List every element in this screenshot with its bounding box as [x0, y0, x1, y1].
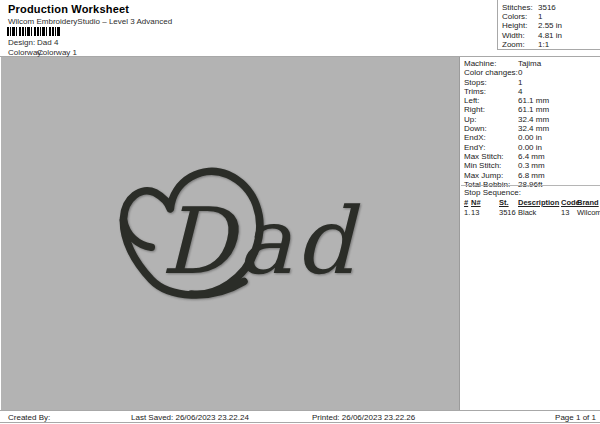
max-stitch-label: Max Stitch: — [464, 152, 518, 161]
machine-info-list: Machine:Tajima Color changes:0 Stops:1 T… — [461, 57, 600, 189]
zoom-label: Zoom: — [502, 40, 538, 49]
last-saved-text: Last Saved: 26/06/2023 23.22.24 — [131, 413, 249, 422]
zoom-value: 1:1 — [538, 40, 549, 49]
left-value: 61.1 mm — [518, 96, 549, 105]
width-label: Width: — [502, 31, 538, 40]
stops-label: Stops: — [464, 78, 518, 87]
height-value: 2.55 in — [538, 21, 562, 30]
trims-value: 4 — [518, 87, 522, 96]
min-stitch-value: 0.3 mm — [518, 161, 545, 170]
design-label: Design: — [8, 38, 37, 47]
left-label: Left: — [464, 96, 518, 105]
summary-row-stitches: Stitches:3516 — [502, 3, 600, 12]
colors-value: 1 — [538, 12, 542, 21]
heart-dad-embroidery-design: Dad — [113, 161, 371, 319]
colors-label: Colors: — [502, 12, 538, 21]
max-jump-label: Max Jump: — [464, 171, 518, 180]
stop-brand: Wilcom — [577, 208, 600, 218]
stop-num: 1. — [464, 208, 471, 218]
summary-row-colors: Colors:1 — [502, 12, 600, 21]
page-number: Page 1 of 1 — [555, 413, 596, 422]
stop-code: 13 — [561, 208, 577, 218]
design-value: Dad 4 — [37, 38, 58, 47]
up-label: Up: — [464, 115, 518, 124]
col-num: # — [464, 198, 471, 208]
info-row: EndY:0.00 in — [464, 143, 600, 152]
color-changes-label: Color changes: — [464, 68, 518, 77]
machine-label: Machine: — [464, 59, 518, 68]
endy-value: 0.00 in — [518, 143, 542, 152]
right-value: 61.1 mm — [518, 105, 549, 114]
down-label: Down: — [464, 124, 518, 133]
info-row: Trims:4 — [464, 87, 600, 96]
info-row: EndX:0.00 in — [464, 133, 600, 142]
info-row: Right:61.1 mm — [464, 105, 600, 114]
col-n: N# — [471, 198, 491, 208]
design-row: Design:Dad 4 — [8, 38, 58, 47]
info-row: Min Stitch:0.3 mm — [464, 161, 600, 170]
created-by-label: Created By: — [8, 413, 50, 422]
design-text: Dad — [161, 188, 361, 295]
colorway-value: Colorway 1 — [37, 48, 77, 57]
worksheet-footer: Created By: Last Saved: 26/06/2023 23.22… — [0, 410, 600, 423]
printed-text: Printed: 26/06/2023 23.22.26 — [312, 413, 415, 422]
col-st: St. — [491, 198, 518, 208]
summary-row-height: Height:2.55 in — [502, 21, 600, 30]
page-title: Production Worksheet — [8, 3, 129, 15]
info-row: Max Stitch:6.4 mm — [464, 152, 600, 161]
barcode-icon — [7, 27, 61, 36]
stops-value: 1 — [518, 78, 522, 87]
info-row: Stops:1 — [464, 78, 600, 87]
machine-value: Tajima — [518, 59, 541, 68]
stitches-label: Stitches: — [502, 3, 538, 12]
info-row: Machine:Tajima — [464, 59, 600, 68]
info-row: Up:32.4 mm — [464, 115, 600, 124]
endx-label: EndX: — [464, 133, 518, 142]
stop-needle: 13 — [471, 208, 491, 218]
design-canvas: Dad — [1, 57, 460, 410]
col-code: Code — [561, 198, 577, 208]
stop-stitches: 3516 — [499, 208, 518, 218]
info-row: Left:61.1 mm — [464, 96, 600, 105]
stop-sequence-title: Stop Sequence: — [464, 188, 600, 198]
design-summary-box: Stitches:3516 Colors:1 Height:2.55 in Wi… — [497, 0, 600, 50]
trims-label: Trims: — [464, 87, 518, 96]
max-stitch-value: 6.4 mm — [518, 152, 545, 161]
endx-value: 0.00 in — [518, 133, 542, 142]
width-value: 4.81 in — [538, 31, 562, 40]
col-brand: Brand — [577, 198, 600, 208]
stop-sequence-section: Stop Sequence: # N# St. Description Code… — [461, 185, 600, 217]
colorway-row: Colorway:Colorway 1 — [8, 48, 77, 57]
min-stitch-label: Min Stitch: — [464, 161, 518, 170]
machine-info-panel: Machine:Tajima Color changes:0 Stops:1 T… — [461, 57, 600, 410]
summary-row-width: Width:4.81 in — [502, 31, 600, 40]
up-value: 32.4 mm — [518, 115, 549, 124]
right-label: Right: — [464, 105, 518, 114]
info-row: Down:32.4 mm — [464, 124, 600, 133]
down-value: 32.4 mm — [518, 124, 549, 133]
col-description: Description — [518, 198, 561, 208]
summary-row-zoom: Zoom:1:1 — [502, 40, 600, 49]
max-jump-value: 6.8 mm — [518, 171, 545, 180]
info-row: Max Jump:6.8 mm — [464, 171, 600, 180]
colorway-label: Colorway: — [8, 48, 37, 57]
stitches-value: 3516 — [538, 3, 556, 12]
color-changes-value: 0 — [518, 68, 522, 77]
height-label: Height: — [502, 21, 538, 30]
stop-sequence-row: 1. 13 3516 Black 13 Wilcom — [464, 208, 600, 218]
app-subtitle: Wilcom EmbroideryStudio – Level 3 Advanc… — [8, 17, 172, 26]
info-row: Color changes:0 — [464, 68, 600, 77]
stop-description: Black — [518, 208, 561, 218]
stop-sequence-header-row: # N# St. Description Code Brand — [464, 198, 600, 208]
endy-label: EndY: — [464, 143, 518, 152]
